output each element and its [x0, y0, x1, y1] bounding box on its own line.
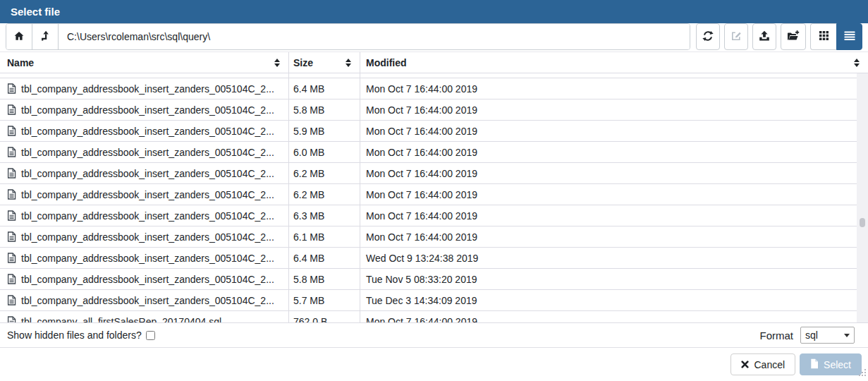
level-up-icon — [40, 30, 51, 44]
file-row[interactable]: tbl_company_addressbook_insert_zanders_0… — [0, 205, 857, 226]
sort-icon — [274, 59, 280, 67]
upload-button[interactable] — [752, 23, 776, 50]
select-label: Select — [824, 359, 851, 370]
file-name: tbl_company_addressbook_insert_zanders_0… — [21, 274, 274, 285]
file-row[interactable]: tbl_company_addressbook_insert_zanders_0… — [0, 184, 857, 205]
file-modified: Wed Oct 9 13:24:38 2019 — [360, 248, 857, 268]
file-text-icon — [7, 274, 16, 284]
path-group — [6, 23, 690, 50]
file-size: 6.3 MB — [289, 205, 360, 226]
toolbar — [0, 23, 868, 52]
show-hidden-toggle: Show hidden files and folders? — [7, 329, 155, 341]
select-button[interactable]: Select — [800, 353, 862, 375]
file-text-icon — [7, 210, 16, 221]
file-size: 6.0 MB — [289, 142, 360, 162]
caret-down-icon — [844, 334, 850, 337]
folder-plus-icon — [787, 30, 800, 44]
list-view-button[interactable] — [836, 23, 862, 50]
vertical-scrollbar[interactable] — [857, 73, 868, 322]
file-modified: Mon Oct 7 16:44:00 2019 — [360, 163, 857, 183]
file-row[interactable]: tbl_company_addressbook_insert_zanders_0… — [0, 78, 857, 99]
format-select-value: sql — [805, 329, 818, 341]
file-name: tbl_company_addressbook_insert_zanders_0… — [21, 168, 274, 179]
file-row[interactable]: tbl_company_all_firstSalesRep_20170404.s… — [0, 311, 857, 323]
file-modified: Mon Oct 7 16:44:00 2019 — [360, 184, 857, 205]
format-select[interactable]: sql — [800, 327, 855, 344]
sort-icon — [854, 59, 860, 67]
column-header-modified[interactable]: Modified — [360, 52, 868, 73]
file-name: tbl_company_addressbook_insert_zanders_0… — [21, 189, 274, 200]
home-button[interactable] — [6, 24, 32, 49]
file-row[interactable]: tbl_company_addressbook_insert_zanders_0… — [0, 163, 857, 184]
file-size: 6.2 MB — [289, 163, 360, 183]
file-size: 6.2 MB — [289, 184, 360, 205]
grid-view-button[interactable] — [810, 23, 836, 50]
column-label-size: Size — [293, 57, 313, 68]
file-row[interactable]: tbl_company_addressbook_insert_zanders_0… — [0, 290, 857, 311]
file-name: tbl_company_addressbook_insert_zanders_0… — [21, 147, 274, 158]
file-name: tbl_company_addressbook_insert_zanders_0… — [21, 295, 274, 306]
file-size: 6.4 MB — [289, 78, 360, 99]
grid-icon — [819, 31, 829, 42]
column-label-modified: Modified — [366, 57, 407, 68]
file-modified: Mon Oct 7 16:44:00 2019 — [360, 142, 857, 162]
file-size: 6.1 MB — [289, 226, 360, 247]
dialog-titlebar: Select file — [0, 0, 868, 23]
file-text-icon — [7, 147, 16, 157]
view-toggle-group — [810, 23, 862, 50]
new-folder-button[interactable] — [781, 23, 806, 50]
home-icon — [13, 30, 25, 44]
file-name: tbl_company_all_firstSalesRep_20170404.s… — [21, 316, 221, 324]
file-name: tbl_company_addressbook_insert_zanders_0… — [21, 104, 274, 116]
file-text-icon — [7, 126, 16, 136]
file-text-icon — [7, 168, 16, 179]
upload-icon — [759, 30, 770, 44]
file-name: tbl_company_addressbook_insert_zanders_0… — [21, 231, 274, 243]
file-modified: Mon Oct 7 16:44:00 2019 — [360, 99, 857, 120]
column-header-size[interactable]: Size — [289, 52, 360, 73]
file-size: 5.8 MB — [289, 269, 360, 289]
file-name: tbl_company_addressbook_insert_zanders_0… — [21, 210, 274, 222]
file-size: 5.8 MB — [289, 99, 360, 120]
refresh-button[interactable] — [696, 23, 720, 50]
file-row[interactable]: tbl_company_addressbook_insert_zanders_0… — [0, 121, 857, 142]
show-hidden-checkbox[interactable] — [146, 331, 155, 340]
format-wrap: Format sql — [759, 327, 855, 344]
pencil-square-icon — [731, 30, 742, 44]
file-modified: Mon Oct 7 16:44:00 2019 — [360, 78, 857, 99]
cancel-label: Cancel — [754, 359, 785, 370]
x-icon — [741, 359, 749, 370]
file-modified: Mon Oct 7 16:44:00 2019 — [360, 226, 857, 247]
cancel-button[interactable]: Cancel — [731, 353, 795, 375]
file-name: tbl_company_addressbook_insert_zanders_0… — [21, 126, 274, 137]
file-modified: Tue Nov 5 08:33:20 2019 — [360, 269, 857, 289]
file-text-icon — [7, 231, 16, 242]
table-header: Name Size Modified — [0, 52, 868, 73]
file-row[interactable]: tbl_company_addressbook_insert_zanders_0… — [0, 226, 857, 248]
file-text-icon — [7, 295, 16, 306]
options-row: Show hidden files and folders? Format sq… — [0, 323, 868, 348]
file-row[interactable]: tbl_company_addressbook_insert_zanders_0… — [0, 269, 857, 290]
file-modified: Mon Oct 7 16:44:00 2019 — [360, 205, 857, 226]
file-row-partial-top[interactable] — [0, 73, 857, 78]
file-row[interactable]: tbl_company_addressbook_insert_zanders_0… — [0, 142, 857, 163]
path-input[interactable] — [59, 24, 690, 49]
file-modified: Mon Oct 7 16:44:00 2019 — [360, 311, 857, 323]
column-header-name[interactable]: Name — [0, 52, 289, 73]
file-name: tbl_company_addressbook_insert_zanders_0… — [21, 253, 274, 264]
file-size: 5.7 MB — [289, 290, 360, 310]
file-row[interactable]: tbl_company_addressbook_insert_zanders_0… — [0, 248, 857, 269]
file-row[interactable]: tbl_company_addressbook_insert_zanders_0… — [0, 99, 857, 121]
file-text-icon — [7, 316, 16, 323]
resize-grip[interactable] — [858, 367, 867, 380]
file-text-icon — [7, 104, 16, 115]
refresh-icon — [702, 30, 714, 44]
column-label-name: Name — [7, 57, 34, 68]
rename-button[interactable] — [724, 23, 748, 50]
up-directory-button[interactable] — [32, 24, 59, 49]
file-size: 762.0 B — [289, 311, 360, 323]
show-hidden-label: Show hidden files and folders? — [7, 329, 142, 341]
dialog-title: Select file — [11, 6, 60, 18]
scrollbar-thumb[interactable] — [860, 218, 865, 227]
file-modified: Mon Oct 7 16:44:00 2019 — [360, 121, 857, 141]
